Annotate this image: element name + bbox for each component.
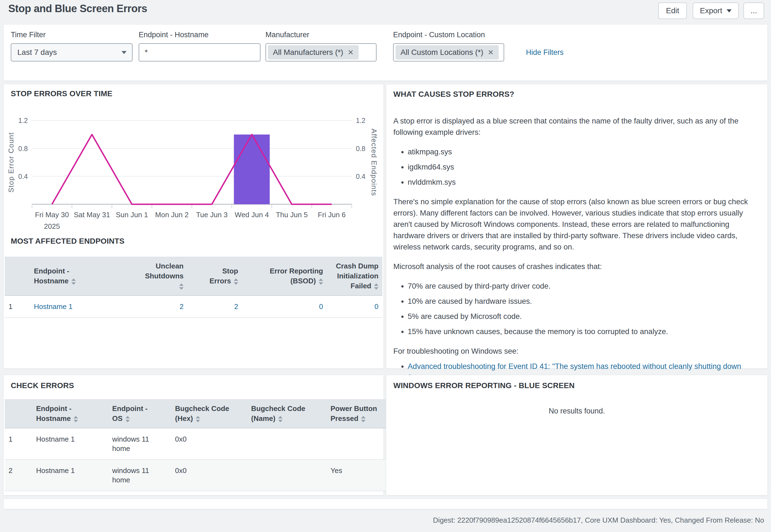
sort-icon[interactable]: [361, 416, 366, 422]
list-item: 70% are caused by third-party driver cod…: [408, 280, 755, 292]
most-affected-table: Endpoint -HostnameUncleanShutdownsStopEr…: [5, 257, 382, 318]
custom-location-filter-label: Endpoint - Custom Location: [393, 31, 485, 39]
column-header[interactable]: Bugcheck Code(Name): [247, 399, 327, 428]
what-causes-panel: WHAT CAUSES STOP ERRORS? A stop error is…: [386, 84, 768, 369]
page-title: Stop and Blue Screen Errors: [8, 3, 147, 15]
table-cell[interactable]: 2: [134, 295, 187, 318]
svg-text:Sun Jun 1: Sun Jun 1: [116, 211, 148, 219]
table-header: Endpoint -HostnameEndpoint -OSBugcheck C…: [5, 399, 403, 428]
wer-blue-screen-panel: WINDOWS ERROR REPORTING - BLUE SCREEN No…: [386, 375, 768, 495]
table-row: 1Hostname 1windows 11 home0x01: [5, 428, 403, 460]
column-header[interactable]: Crash Dump InitializationFailed: [327, 257, 382, 295]
table-cell: Hostname 1: [32, 460, 108, 491]
column-header[interactable]: Endpoint -OS: [108, 399, 171, 428]
svg-text:Wed Jun 4: Wed Jun 4: [235, 211, 269, 219]
check-errors-panel: CHECK ERRORS Endpoint -HostnameEndpoint …: [3, 375, 384, 495]
cell-link[interactable]: 0: [319, 302, 323, 311]
custom-location-filter-multiselect[interactable]: All Custom Locations (*) ✕: [393, 43, 504, 61]
table-cell: 1: [5, 428, 32, 460]
manufacturer-token-label: All Manufacturers (*): [273, 48, 343, 57]
edit-button[interactable]: Edit: [658, 2, 687, 19]
sort-icon[interactable]: [71, 278, 76, 285]
paragraph: There's no simple explanation for the ca…: [393, 196, 755, 252]
sort-icon[interactable]: [179, 283, 184, 290]
table-cell: 0x0: [171, 428, 247, 460]
sort-icon[interactable]: [234, 278, 238, 285]
sort-icon[interactable]: [374, 283, 378, 290]
filter-bar: Time Filter Last 7 days Endpoint - Hostn…: [3, 24, 768, 81]
column-header[interactable]: Error Reporting(BSOD): [242, 257, 327, 295]
list-item: 10% are caused by hardware issues.: [408, 295, 755, 307]
svg-text:0.4: 0.4: [356, 173, 366, 180]
list-item: nvlddmkm.sys: [408, 176, 755, 188]
svg-text:Thu Jun 5: Thu Jun 5: [276, 211, 308, 219]
table-cell[interactable]: 2: [187, 295, 242, 318]
cell-link[interactable]: Hostname 1: [34, 302, 72, 311]
sort-icon[interactable]: [125, 416, 130, 422]
sort-icon[interactable]: [319, 278, 323, 285]
table-cell: 2: [5, 460, 32, 491]
list-item: atikmpag.sys: [408, 146, 755, 157]
column-header: [5, 257, 30, 295]
svg-text:Affected Endpoints: Affected Endpoints: [370, 129, 378, 196]
manufacturer-filter-multiselect[interactable]: All Manufacturers (*) ✕: [265, 43, 377, 61]
table-header: Endpoint -HostnameUncleanShutdownsStopEr…: [5, 257, 382, 295]
dashboard: Stop and Blue Screen Errors Edit Export …: [0, 0, 771, 532]
column-header[interactable]: Endpoint -Hostname: [30, 257, 134, 295]
svg-text:Stop Error Count: Stop Error Count: [7, 132, 15, 192]
digest-footer: Digest: 2220f790989ea12520874f6645656b17…: [433, 516, 764, 525]
svg-text:Fri May 30: Fri May 30: [35, 211, 69, 219]
most-affected-table-wrap: Endpoint -HostnameUncleanShutdownsStopEr…: [5, 257, 382, 318]
stop-errors-chart[interactable]: 0.40.40.80.81.21.2Fri May 30Sat May 31Su…: [4, 111, 384, 232]
paragraph: For troubleshooting on Windows see:: [393, 345, 755, 357]
list-item: 15% have unknown causes, because the mem…: [408, 326, 755, 337]
svg-text:0.8: 0.8: [18, 145, 28, 152]
cell-link[interactable]: 2: [234, 302, 238, 311]
column-header[interactable]: Bugcheck Code(Hex): [171, 399, 247, 428]
export-button[interactable]: Export: [693, 2, 739, 19]
custom-location-token-label: All Custom Locations (*): [401, 48, 483, 57]
time-filter-dropdown[interactable]: Last 7 days: [11, 43, 133, 61]
hide-filters-link[interactable]: Hide Filters: [526, 48, 564, 57]
sort-icon[interactable]: [196, 416, 200, 422]
custom-location-token: All Custom Locations (*) ✕: [396, 45, 499, 60]
stop-errors-panel: STOP ERRORS OVER TIME 0.40.40.80.81.21.2…: [3, 84, 384, 369]
svg-text:0.4: 0.4: [18, 173, 28, 180]
table-cell[interactable]: Hostname 1: [30, 295, 134, 318]
wer-heading: WINDOWS ERROR REPORTING - BLUE SCREEN: [393, 381, 575, 390]
svg-text:Sat May 31: Sat May 31: [74, 211, 110, 219]
manufacturer-filter-label: Manufacturer: [265, 31, 309, 39]
column-header[interactable]: StopErrors: [187, 257, 242, 295]
paragraph: Microsoft analysis of the root causes of…: [393, 261, 755, 272]
no-results-message: No results found.: [386, 407, 767, 415]
column-header[interactable]: Endpoint -Hostname: [32, 399, 108, 428]
remove-token-icon[interactable]: ✕: [348, 48, 354, 57]
table-cell: windows 11 home: [108, 460, 171, 491]
time-filter-value: Last 7 days: [17, 48, 57, 57]
more-button-label: ...: [751, 6, 757, 15]
column-header[interactable]: UncleanShutdowns: [134, 257, 187, 295]
stats-list: 70% are caused by third-party driver cod…: [393, 280, 755, 337]
chevron-down-icon: [122, 51, 127, 54]
table-cell: Hostname 1: [32, 428, 108, 460]
table-cell: 1: [5, 295, 30, 318]
list-item: igdkmd64.sys: [408, 161, 755, 173]
stop-errors-heading: STOP ERRORS OVER TIME: [11, 89, 112, 98]
table-cell[interactable]: 0: [242, 295, 327, 318]
paragraph: A stop error is displayed as a blue scre…: [393, 115, 755, 138]
sort-icon[interactable]: [74, 416, 78, 422]
remove-token-icon[interactable]: ✕: [488, 48, 494, 57]
table-cell: [247, 428, 327, 460]
table-cell: windows 11 home: [108, 428, 171, 460]
manufacturer-token: All Manufacturers (*) ✕: [268, 45, 359, 60]
more-button[interactable]: ...: [743, 2, 764, 19]
hostname-filter-input[interactable]: [139, 43, 260, 61]
table-cell: [247, 460, 327, 491]
svg-text:1.2: 1.2: [356, 117, 366, 124]
table-cell[interactable]: 0: [327, 295, 382, 318]
table-body: 1Hostname 12200: [5, 295, 382, 318]
sort-icon[interactable]: [278, 416, 283, 422]
cell-link[interactable]: 2: [180, 302, 184, 311]
svg-text:Mon Jun 2: Mon Jun 2: [155, 211, 189, 219]
cell-link[interactable]: 0: [375, 302, 378, 311]
